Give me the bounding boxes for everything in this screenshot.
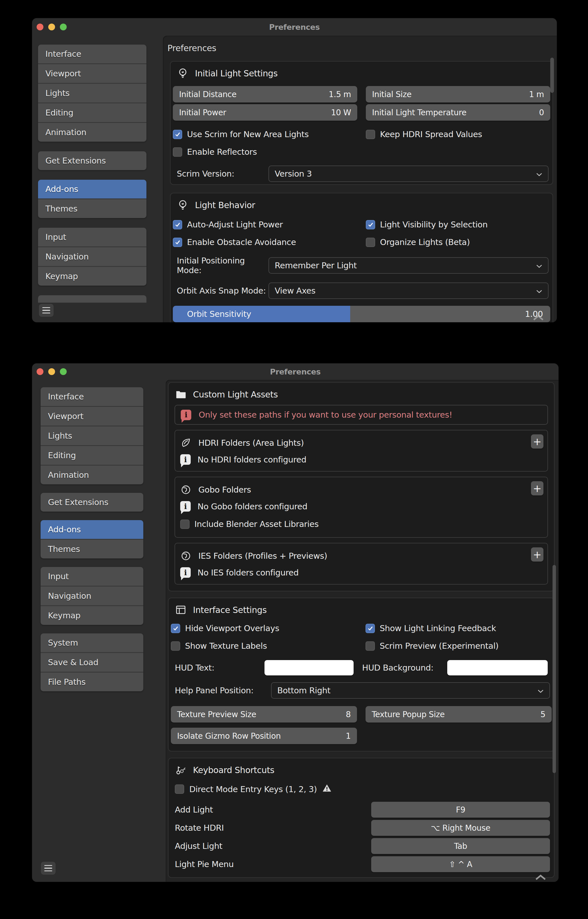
titlebar[interactable]: Preferences [32,18,557,36]
keep-hdri-spread-checkbox[interactable] [366,130,375,139]
sidebar-item-label: Input [45,232,66,242]
minimize-button[interactable] [48,368,55,375]
sidebar-item-viewport[interactable]: Viewport [38,64,147,84]
sidebar-item-themes[interactable]: Themes [40,540,143,558]
warning-text: Only set these paths if you want to use … [199,410,452,420]
sidebar-item-get-extensions[interactable]: Get Extensions [38,151,147,170]
checkbox-label: Scrim Preview (Experimental) [380,641,499,651]
checkbox-label: Show Light Linking Feedback [380,623,496,633]
isolate-gizmo-row-field[interactable]: Isolate Gizmo Row Position1 [171,728,357,744]
titlebar[interactable]: Preferences [32,363,559,380]
sidebar-item-keymap[interactable]: Keymap [40,606,143,625]
sidebar-item-label: Keymap [45,272,78,281]
use-scrim-checkbox[interactable] [173,130,182,139]
section-title: Light Behavior [195,200,255,210]
sidebar-item-label: Viewport [48,411,84,421]
dropdown-value: Version 3 [275,169,312,179]
add-hdri-folder-button[interactable]: + [531,434,543,448]
sidebar-item-input[interactable]: Input [38,228,147,247]
initial-size-field[interactable]: Initial Size1 m [366,86,550,102]
light-linking-feedback-checkbox[interactable] [365,624,375,633]
texture-popup-size-field[interactable]: Texture Popup Size5 [365,706,552,723]
hud-text-color-swatch[interactable] [265,660,354,675]
sidebar-item-clipped[interactable] [38,295,147,303]
sidebar-item-editing[interactable]: Editing [38,104,147,123]
sidebar-item-label: Get Extensions [48,497,108,507]
add-light-shortcut-button[interactable]: F9 [371,802,550,818]
section-interface-settings: Interface Settings Hide Viewport Overlay… [168,598,554,751]
field-label: Isolate Gizmo Row Position [177,731,281,741]
orbit-axis-dropdown[interactable]: View Axes [268,283,549,299]
zoom-button[interactable] [60,368,67,375]
include-blender-assets-checkbox[interactable] [180,519,189,529]
scrollbar[interactable] [550,58,554,93]
field-value: 10 W [331,108,351,117]
sidebar-item-animation[interactable]: Animation [38,123,147,142]
show-texture-labels-checkbox[interactable] [171,641,180,651]
sidebar-item-interface[interactable]: Interface [38,45,147,64]
sidebar-item-navigation[interactable]: Navigation [40,587,143,606]
direct-mode-entry-checkbox[interactable] [175,785,184,794]
gobo-sphere-icon [180,484,192,495]
window-title: Preferences [270,367,320,376]
texture-preview-size-field[interactable]: Texture Preview Size8 [171,706,357,723]
scrim-preview-checkbox[interactable] [365,641,375,651]
adjust-light-shortcut-button[interactable]: Tab [371,838,550,854]
initial-distance-field[interactable]: Initial Distance1.5 m [173,86,357,102]
rotate-hdri-shortcut-button[interactable]: ⌥ Right Mouse [371,820,550,836]
scrollbar[interactable] [552,565,556,773]
sidebar-item-navigation[interactable]: Navigation [38,247,147,267]
positioning-mode-dropdown[interactable]: Remember Per Light [268,257,549,274]
sidebar-item-input[interactable]: Input [40,567,143,587]
sidebar-item-editing[interactable]: Editing [40,446,143,466]
organize-lights-checkbox[interactable] [366,238,375,247]
sidebar-item-themes[interactable]: Themes [38,199,147,218]
sidebar-item-save-load[interactable]: Save & Load [40,653,143,673]
slider-label: Orbit Sensitivity [173,309,251,319]
close-button[interactable] [37,368,44,375]
sidebar-item-file-paths[interactable]: File Paths [40,673,143,691]
sidebar-item-label: Animation [48,470,89,480]
close-button[interactable] [37,24,44,31]
scrim-version-dropdown[interactable]: Version 3 [268,165,549,182]
light-pie-menu-shortcut-button[interactable]: ⇧ ^ A [371,856,550,872]
sidebar-item-interface[interactable]: Interface [40,387,143,407]
sidebar-item-get-extensions[interactable]: Get Extensions [40,493,143,511]
empty-state-text: No IES folders configured [197,568,299,578]
sidebar-item-lights[interactable]: Lights [38,84,147,104]
sidebar-item-label: Interface [45,49,81,59]
obstacle-avoidance-checkbox[interactable] [173,238,182,247]
initial-light-temperature-field[interactable]: Initial Light Temperature0 [366,104,550,121]
hamburger-icon [42,307,50,308]
sidebar-item-viewport[interactable]: Viewport [40,407,143,426]
sidebar-item-label: Input [48,571,69,581]
add-ies-folder-button[interactable]: + [531,547,543,561]
hide-overlays-checkbox[interactable] [171,624,180,633]
zoom-button[interactable] [60,24,67,31]
light-visibility-checkbox[interactable] [366,220,375,230]
shortcut-label: Rotate HDRI [171,823,371,833]
enable-reflectors-checkbox[interactable] [173,147,182,157]
sidebar-item-addons[interactable]: Add-ons [40,520,143,540]
initial-power-field[interactable]: Initial Power10 W [173,104,357,121]
help-panel-position-dropdown[interactable]: Bottom Right [271,682,550,699]
sidebar-item-keymap[interactable]: Keymap [38,267,147,286]
hamburger-menu-button[interactable] [39,304,54,317]
preferences-window-top: Preferences Interface Viewport Lights Ed… [32,18,557,322]
sidebar-item-system[interactable]: System [40,633,143,653]
minimize-button[interactable] [48,24,55,31]
auto-adjust-power-checkbox[interactable] [173,220,182,230]
hud-text-label: HUD Text: [171,663,265,673]
sidebar-item-animation[interactable]: Animation [40,466,143,484]
add-gobo-folder-button[interactable]: + [531,481,543,495]
hamburger-menu-button[interactable] [40,861,56,875]
field-label: Texture Preview Size [177,710,256,719]
hud-background-color-swatch[interactable] [447,660,548,675]
dropdown-value: Remember Per Light [275,260,357,270]
sidebar-item-lights[interactable]: Lights [40,426,143,446]
sidebar-item-addons[interactable]: Add-ons [38,180,147,199]
folder-icon [175,388,187,400]
checkbox-label: Enable Reflectors [187,147,257,157]
orbit-sensitivity-slider[interactable]: Orbit Sensitivity 1.00 [173,306,550,322]
sidebar-item-label: Editing [45,108,73,118]
